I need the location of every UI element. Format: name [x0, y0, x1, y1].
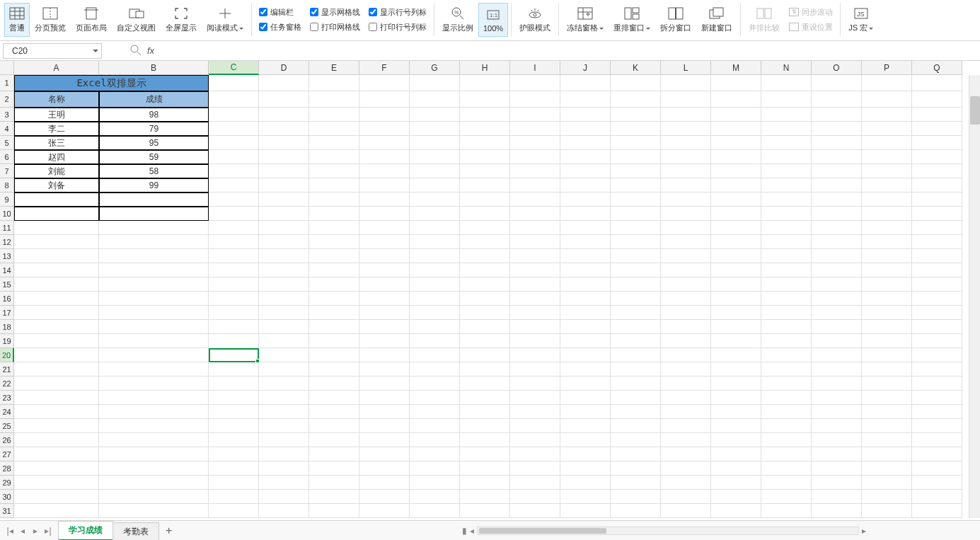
cell[interactable] — [711, 263, 761, 277]
cell[interactable] — [912, 377, 962, 391]
cell[interactable] — [761, 292, 812, 306]
cell[interactable] — [862, 263, 912, 277]
cell[interactable] — [912, 419, 962, 433]
cell[interactable] — [761, 490, 812, 504]
cell[interactable] — [812, 348, 862, 362]
cell[interactable] — [209, 419, 259, 433]
cell[interactable] — [560, 334, 611, 348]
row-header-13[interactable]: 13 — [0, 249, 14, 263]
cell[interactable] — [259, 377, 309, 391]
cell[interactable] — [711, 405, 761, 419]
cell[interactable] — [611, 348, 661, 362]
cell[interactable] — [711, 150, 761, 164]
cell[interactable] — [661, 490, 711, 504]
cell[interactable] — [711, 306, 761, 320]
cell[interactable] — [812, 306, 862, 320]
cell[interactable] — [560, 348, 611, 362]
cell[interactable] — [611, 277, 661, 292]
cell[interactable] — [359, 207, 410, 221]
cell[interactable] — [259, 348, 309, 362]
cell[interactable] — [912, 490, 962, 504]
cell[interactable] — [912, 164, 962, 178]
col-header-N[interactable]: N — [761, 61, 812, 75]
cell[interactable] — [410, 405, 460, 419]
cell[interactable] — [410, 334, 460, 348]
row-header-26[interactable]: 26 — [0, 433, 14, 447]
cell[interactable] — [510, 122, 560, 136]
cell[interactable] — [209, 207, 259, 221]
tab-nav-next[interactable]: ▸ — [30, 525, 41, 536]
freeze-button[interactable]: 冻结窗格 — [562, 3, 609, 37]
cell[interactable] — [611, 91, 661, 108]
cell[interactable] — [359, 306, 410, 320]
cell[interactable] — [560, 75, 611, 91]
cell[interactable] — [812, 419, 862, 433]
cell[interactable] — [259, 207, 309, 221]
cell[interactable] — [460, 164, 510, 178]
cell[interactable] — [209, 91, 259, 108]
cell[interactable] — [611, 235, 661, 249]
cell[interactable] — [510, 91, 560, 108]
cell[interactable] — [560, 108, 611, 122]
cell[interactable] — [661, 320, 711, 334]
cell[interactable] — [912, 461, 962, 476]
cell[interactable] — [560, 377, 611, 391]
cell[interactable] — [259, 405, 309, 419]
cell[interactable] — [761, 164, 812, 178]
cell[interactable] — [259, 277, 309, 292]
cell[interactable] — [99, 377, 209, 391]
cell[interactable] — [410, 320, 460, 334]
cell[interactable] — [661, 306, 711, 320]
cell[interactable] — [460, 150, 510, 164]
cell[interactable] — [711, 391, 761, 405]
cell[interactable] — [410, 263, 460, 277]
cell[interactable] — [761, 334, 812, 348]
cell[interactable] — [209, 221, 259, 235]
cell[interactable] — [359, 377, 410, 391]
col-header-M[interactable]: M — [711, 61, 761, 75]
cell[interactable] — [560, 504, 611, 518]
cell[interactable] — [862, 334, 912, 348]
cell[interactable] — [661, 263, 711, 277]
cell[interactable] — [812, 108, 862, 122]
cell[interactable] — [259, 490, 309, 504]
cell[interactable] — [309, 377, 359, 391]
cell[interactable] — [812, 91, 862, 108]
cell[interactable] — [309, 320, 359, 334]
cell[interactable] — [812, 75, 862, 91]
cell[interactable] — [711, 249, 761, 263]
cell[interactable] — [711, 292, 761, 306]
cell[interactable] — [611, 447, 661, 461]
cell[interactable] — [309, 391, 359, 405]
cell[interactable] — [14, 490, 99, 504]
cell[interactable] — [259, 108, 309, 122]
cell[interactable] — [560, 405, 611, 419]
jsmacro-button[interactable]: JS JS 宏 — [843, 3, 878, 37]
cell[interactable]: 赵四 — [14, 150, 99, 164]
cell[interactable] — [711, 476, 761, 490]
col-header-F[interactable]: F — [359, 61, 410, 75]
cell[interactable] — [14, 433, 99, 447]
cell[interactable] — [359, 108, 410, 122]
cell[interactable] — [410, 476, 460, 490]
chk-printgrid[interactable]: 打印网格线 — [310, 22, 360, 33]
cell[interactable] — [359, 419, 410, 433]
cell[interactable] — [209, 193, 259, 207]
cell[interactable] — [862, 108, 912, 122]
row-header-11[interactable]: 11 — [0, 221, 14, 235]
cell[interactable] — [912, 405, 962, 419]
cell[interactable] — [560, 221, 611, 235]
cell[interactable] — [812, 136, 862, 150]
cell[interactable] — [862, 221, 912, 235]
cell[interactable] — [359, 320, 410, 334]
cell[interactable] — [611, 433, 661, 447]
zoom-button[interactable]: % 显示比例 — [437, 3, 478, 37]
cell[interactable] — [711, 334, 761, 348]
cell[interactable] — [410, 447, 460, 461]
cell[interactable] — [711, 108, 761, 122]
cell[interactable] — [912, 122, 962, 136]
cell[interactable] — [761, 461, 812, 476]
cell[interactable] — [812, 277, 862, 292]
cell[interactable] — [761, 235, 812, 249]
cell[interactable] — [309, 277, 359, 292]
